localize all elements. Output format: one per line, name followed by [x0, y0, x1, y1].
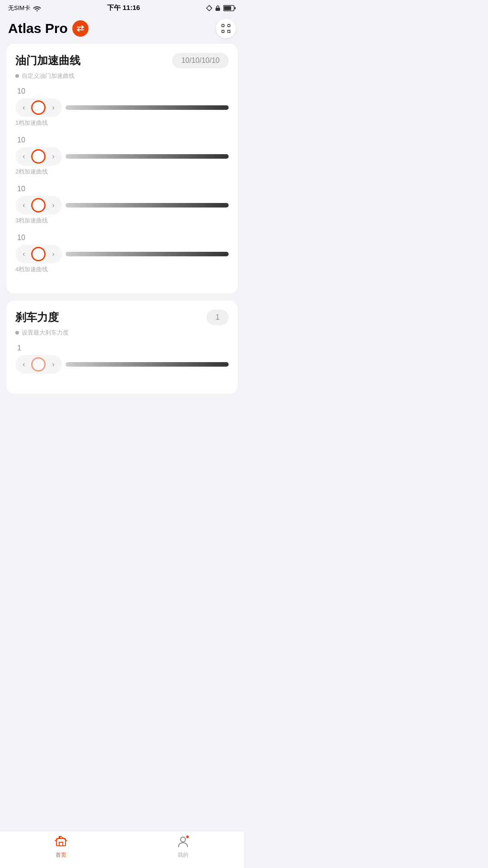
throttle-badge: 10/10/10/10	[172, 53, 229, 68]
slider-full-row-3: ‹ ›	[15, 196, 229, 215]
battery-icon	[223, 5, 236, 11]
slider-dec-1[interactable]: ‹	[20, 103, 28, 113]
slider-ctrl-4[interactable]: ‹ ›	[15, 245, 62, 264]
slider-inc-4[interactable]: ›	[49, 249, 57, 259]
brake-slider-ctrl-1[interactable]: ‹ ›	[15, 355, 62, 374]
scan-button[interactable]	[216, 19, 236, 38]
status-bar: 无SIM卡 下午 11:16	[0, 0, 244, 14]
slider-label-3: 3档加速曲线	[15, 217, 229, 225]
lock-icon	[215, 5, 221, 11]
throttle-card-header: 油门加速曲线 10/10/10/10	[15, 53, 229, 68]
brake-slider-full-row-1: ‹ ›	[15, 355, 229, 374]
brake-card: 刹车力度 1 设置最大刹车力度 1 ‹ ›	[6, 301, 238, 394]
status-right	[206, 5, 236, 11]
transfer-icon	[76, 24, 85, 33]
wifi-icon	[33, 5, 41, 11]
slider-ctrl-2[interactable]: ‹ ›	[15, 147, 62, 166]
throttle-subtitle: 自定义油门加速曲线	[15, 72, 229, 80]
throttle-card: 油门加速曲线 10/10/10/10 自定义油门加速曲线 10 ‹ › 1档加速…	[6, 44, 238, 293]
slider-row-4: 10 ‹ › 4档加速曲线	[15, 234, 229, 274]
slider-inc-3[interactable]: ›	[49, 200, 57, 210]
slider-thumb-1[interactable]	[31, 100, 46, 115]
app-title-group: Atlas Pro	[8, 20, 89, 37]
slider-thumb-4[interactable]	[31, 247, 46, 261]
slider-value-4: 10	[17, 234, 229, 242]
slider-track-3[interactable]	[66, 203, 229, 208]
brake-slider-dec-1[interactable]: ‹	[20, 359, 28, 369]
slider-dec-2[interactable]: ‹	[20, 151, 28, 161]
svg-rect-6	[228, 24, 230, 27]
app-title: Atlas Pro	[8, 21, 68, 36]
slider-value-3: 10	[17, 185, 229, 193]
status-time: 下午 11:16	[107, 4, 140, 12]
slider-label-4: 4档加速曲线	[15, 265, 229, 274]
brake-card-header: 刹车力度 1	[15, 310, 229, 325]
slider-track-1[interactable]	[66, 105, 229, 110]
slider-full-row-2: ‹ ›	[15, 147, 229, 166]
slider-row-2: 10 ‹ › 2档加速曲线	[15, 136, 229, 176]
brake-slider-track-1[interactable]	[66, 362, 229, 367]
brake-slider-thumb-1[interactable]	[31, 357, 46, 372]
status-left: 无SIM卡	[8, 4, 41, 12]
app-logo-icon	[72, 20, 89, 37]
slider-thumb-3[interactable]	[31, 198, 46, 212]
brake-slider-row-1: 1 ‹ ›	[15, 344, 229, 374]
sim-status: 无SIM卡	[8, 4, 30, 12]
slider-row-3: 10 ‹ › 3档加速曲线	[15, 185, 229, 225]
scan-icon	[221, 24, 231, 33]
slider-dec-4[interactable]: ‹	[20, 249, 28, 259]
app-header: Atlas Pro	[0, 14, 244, 44]
brake-subtitle: 设置最大刹车力度	[15, 329, 229, 337]
subtitle-dot	[15, 74, 19, 78]
throttle-title: 油门加速曲线	[15, 53, 80, 68]
svg-rect-4	[224, 6, 231, 10]
scroll-area: 油门加速曲线 10/10/10/10 自定义油门加速曲线 10 ‹ › 1档加速…	[0, 44, 244, 442]
brake-badge: 1	[206, 310, 229, 325]
slider-ctrl-1[interactable]: ‹ ›	[15, 98, 62, 117]
slider-inc-1[interactable]: ›	[49, 103, 57, 113]
brake-slider-inc-1[interactable]: ›	[49, 359, 57, 369]
slider-thumb-2[interactable]	[31, 149, 46, 164]
slider-inc-2[interactable]: ›	[49, 151, 57, 161]
svg-rect-7	[222, 30, 224, 33]
slider-label-1: 1档加速曲线	[15, 119, 229, 127]
slider-value-2: 10	[17, 136, 229, 144]
brake-title: 刹车力度	[15, 310, 59, 325]
slider-track-4[interactable]	[66, 252, 229, 256]
svg-rect-3	[235, 7, 236, 9]
slider-full-row-1: ‹ ›	[15, 98, 229, 117]
slider-full-row-4: ‹ ›	[15, 245, 229, 264]
brake-subtitle-dot	[15, 331, 19, 335]
slider-value-1: 10	[17, 87, 229, 95]
slider-ctrl-3[interactable]: ‹ ›	[15, 196, 62, 215]
svg-rect-1	[216, 8, 220, 11]
slider-dec-3[interactable]: ‹	[20, 200, 28, 210]
slider-row-1: 10 ‹ › 1档加速曲线	[15, 87, 229, 127]
location-icon	[206, 5, 212, 11]
brake-slider-value-1: 1	[17, 344, 229, 352]
slider-label-2: 2档加速曲线	[15, 168, 229, 176]
slider-track-2[interactable]	[66, 154, 229, 159]
svg-point-0	[37, 10, 38, 11]
svg-rect-5	[222, 24, 224, 27]
